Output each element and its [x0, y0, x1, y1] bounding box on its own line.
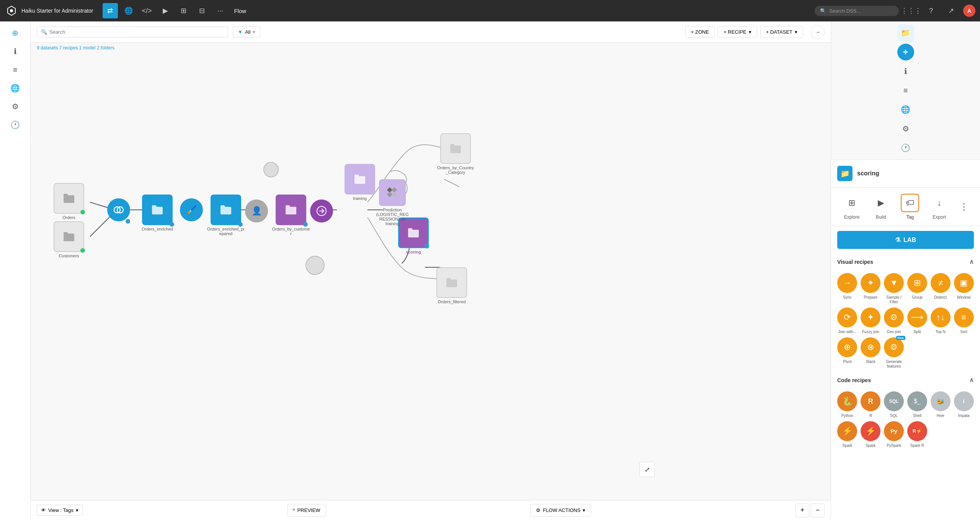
view-label: View : Tags [48, 507, 74, 513]
sort-recipe[interactable]: ≡ Sort [954, 307, 974, 334]
flow-search-input[interactable] [49, 29, 224, 35]
help-icon[interactable]: ? [923, 3, 939, 18]
prepare-label: Prepare [864, 295, 877, 300]
arrow-button[interactable]: → [811, 25, 825, 39]
prepare-recipe-node[interactable]: 🖌️ [180, 198, 203, 221]
generate-features-recipe[interactable]: ⚙ New Generate features [884, 337, 904, 369]
top-n-recipe[interactable]: ↑↓ Top N [930, 307, 951, 334]
sql-recipe[interactable]: SQL SQL [884, 391, 904, 418]
share-icon-btn[interactable]: ⇄ [103, 3, 118, 18]
expand-button[interactable]: ⤢ [639, 462, 655, 477]
logo[interactable] [5, 4, 18, 18]
impala-recipe[interactable]: I Impala [954, 391, 974, 418]
customers-node[interactable]: Customers [54, 221, 84, 258]
window-recipe[interactable]: ▣ Window [954, 273, 974, 304]
fuzzy-join-recipe[interactable]: ✦ Fuzzy join [861, 307, 881, 334]
stack-recipe[interactable]: ⊗ Stack [861, 337, 881, 369]
spark-r-recipe[interactable]: R⚡ Spark R [907, 421, 927, 448]
bookmark-icon-btn[interactable]: ⊞ [176, 3, 191, 18]
ls-clock-icon[interactable]: 🕐 [7, 116, 24, 133]
spark-recipe[interactable]: ⚡ Spark [837, 421, 858, 448]
user-avatar[interactable]: A [963, 5, 975, 17]
ls-flow-icon[interactable]: ⊕ [7, 25, 24, 41]
ls-gear-icon[interactable]: ⚙ [7, 98, 24, 115]
ls-info-icon[interactable]: ℹ [7, 43, 24, 60]
sample-filter-label: Sample / Filter [884, 295, 904, 304]
recipes-link[interactable]: 7 recipes [59, 45, 79, 51]
pivot-recipe[interactable]: ⊕ Pivot [837, 337, 858, 369]
view-select[interactable]: 👁 View : Tags ▾ [37, 505, 83, 516]
orders-enriched-prepared-node[interactable]: Orders_enriched_prepared [207, 195, 245, 236]
play-icon-btn[interactable]: ▶ [158, 3, 173, 18]
rs-list-icon[interactable]: ≡ [897, 82, 914, 99]
r-recipe[interactable]: R R [861, 391, 881, 418]
join-with-recipe[interactable]: ⟳ Join with... [837, 307, 858, 334]
join-recipe-node[interactable] [107, 198, 130, 224]
panel-content: Visual recipes ∧ → Sync ✦ Prepare ▼ Samp… [831, 253, 980, 520]
training-node[interactable]: training [345, 164, 375, 201]
sample-filter-recipe[interactable]: ▼ Sample / Filter [884, 273, 904, 304]
panel-actions: ⊞ Explore ▶ Build 🏷 Tag ↓ Export ⋮ [831, 188, 980, 226]
search-icon: 🔍 [820, 8, 826, 14]
group-recipe[interactable]: ⊞ Group [907, 273, 927, 304]
pyspark-recipe[interactable]: Py PySpark [884, 421, 904, 448]
filter-dropdown[interactable]: ▼ All ▾ [233, 26, 260, 38]
dataset-button[interactable]: + DATASET ▾ [760, 26, 803, 38]
zoom-out-button[interactable]: − [811, 504, 825, 517]
orders-country-node[interactable]: Orders_by_Country_Category [436, 133, 475, 175]
visual-recipes-header[interactable]: Visual recipes ∧ [831, 253, 980, 270]
orders-by-customer-node[interactable]: Orders_by_customer [272, 195, 310, 236]
rs-clock-icon[interactable]: 🕐 [897, 139, 914, 156]
folders-link[interactable]: 2 folders [97, 45, 114, 51]
recipe-button[interactable]: + RECIPE ▾ [718, 26, 757, 38]
zoom-in-button[interactable]: + [795, 504, 809, 517]
split-recipe-node[interactable] [310, 199, 333, 222]
code-recipes-header[interactable]: Code recipes ∧ [831, 372, 980, 388]
ls-list-icon[interactable]: ≡ [7, 61, 24, 78]
zone-button[interactable]: + ZONE [685, 26, 715, 38]
rs-filter-icon[interactable]: ⚙ [897, 120, 914, 137]
datasets-link[interactable]: 9 datasets [37, 45, 59, 51]
globe-icon-btn[interactable]: 🌐 [121, 3, 136, 18]
prediction-recipe-node[interactable]: Prediction (LOGISTIC_REGRESSION) on trai… [375, 179, 410, 226]
rs-folders-icon[interactable]: 📁 [897, 25, 914, 41]
distinct-recipe[interactable]: ≠ Distinct [930, 273, 951, 304]
anon-recipe-node[interactable]: 👤 [245, 199, 268, 222]
orders-node[interactable]: Orders [54, 183, 84, 220]
hive-recipe[interactable]: 🐝 Hive [930, 391, 951, 418]
model-label: model [83, 45, 96, 51]
code-icon-btn[interactable]: </> [139, 3, 155, 18]
orders-enriched-node[interactable]: Orders_enriched [142, 195, 173, 231]
shell-recipe[interactable]: $_ Shell [907, 391, 927, 418]
python-recipe[interactable]: 🐍 Python [837, 391, 858, 418]
tag-action[interactable]: 🏷 Tag [901, 194, 919, 220]
explore-action[interactable]: ⊞ Explore [843, 194, 861, 220]
export-action[interactable]: ↓ Export [930, 194, 949, 220]
lab-button[interactable]: ⚗ LAB [837, 231, 974, 249]
sql-icon: SQL [884, 391, 904, 411]
flow-search[interactable]: 🔍 [37, 26, 228, 38]
orders-filtered-node[interactable]: Orders_filtered [436, 267, 467, 304]
rs-plus-icon[interactable]: + [897, 44, 914, 61]
prepare-recipe[interactable]: ✦ Prepare [861, 273, 881, 304]
ls-globe-icon[interactable]: 🌐 [7, 80, 24, 96]
build-action[interactable]: ▶ Build [872, 194, 890, 220]
rs-globe-icon[interactable]: 🌐 [897, 101, 914, 118]
rs-info-icon[interactable]: ℹ [897, 63, 914, 80]
spark2-recipe[interactable]: ⚡ Spark [861, 421, 881, 448]
split-recipe[interactable]: ⟶ Split [907, 307, 927, 334]
model-link[interactable]: 1 model [79, 45, 97, 51]
grid-icon-btn[interactable]: ⊟ [194, 3, 210, 18]
global-search[interactable]: 🔍 [815, 6, 899, 16]
more-actions-button[interactable]: ⋮ [959, 201, 969, 212]
flow-canvas[interactable]: Orders Customers [31, 53, 831, 500]
preview-button[interactable]: ^ PREVIEW [287, 504, 326, 517]
more-icon-btn[interactable]: ··· [213, 3, 228, 18]
geo-join-recipe[interactable]: ⚙ Geo join [884, 307, 904, 334]
flow-actions-button[interactable]: ⚙ FLOW ACTIONS ▾ [530, 504, 591, 517]
apps-grid-icon[interactable]: ⋮⋮⋮ [903, 3, 919, 18]
global-search-input[interactable] [829, 8, 893, 14]
datasets-label: datasets [41, 45, 58, 51]
sync-recipe[interactable]: → Sync [837, 273, 858, 304]
external-link-icon[interactable]: ↗ [943, 3, 959, 18]
